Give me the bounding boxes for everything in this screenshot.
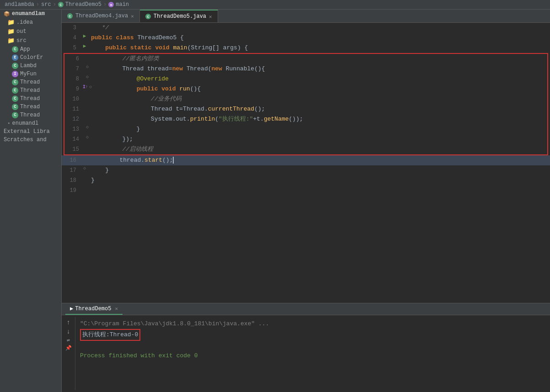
code-line-13: 13 ◇ } (64, 124, 547, 134)
sidebar-item-app[interactable]: C App (0, 45, 61, 53)
code-line-4: 4 ▶ public class ThreadDemo5 { (62, 33, 550, 43)
code-line-15: 15 //启动线程 (64, 144, 547, 154)
breadcrumb-item[interactable]: main (116, 1, 129, 8)
code-line-11: 11 Thread t=Thread.currentThread(); (64, 104, 547, 114)
fold-icon[interactable]: ◇ (83, 74, 92, 79)
bottom-tab-label: ThreadDemo5 (75, 306, 111, 312)
wrap-icon[interactable]: ⇌ (67, 337, 70, 343)
module-icon: 📦 (4, 11, 10, 17)
bottom-tab-threaddemo5[interactable]: ▶ ThreadDemo5 ✕ (65, 303, 123, 315)
run-icon[interactable]: ▶ (80, 33, 89, 39)
tab-threaddemo4[interactable]: C ThreadDemo4.java ✕ (62, 10, 140, 22)
sidebar-item-external-libs[interactable]: External Libra (0, 127, 61, 136)
code-line-10: 10 //业务代码 (64, 94, 547, 104)
red-selection-box: 6 //匿名内部类 7 ◇ Thread thread=new Thread(n… (64, 53, 548, 155)
class-icon: C (12, 95, 18, 102)
breadcrumb: andlambda › src › C ThreadDemo5 › m main (0, 0, 550, 10)
sidebar-item-enumandl[interactable]: ▪ enumandl (0, 119, 61, 127)
breadcrumb-item-m-icon: m (108, 2, 114, 7)
editor-area: C ThreadDemo4.java ✕ C ThreadDemo5.java … (62, 10, 550, 392)
code-line-16: 16 thread.start(); (62, 155, 550, 165)
marker-icon: I↑ (83, 85, 88, 90)
sidebar-item-lambd[interactable]: C Lambd (0, 62, 61, 70)
fold-icon[interactable]: ◇ (83, 124, 92, 130)
sidebar: 📦 enumandlam 📁 .idea 📁 out 📁 src C App E… (0, 10, 62, 392)
code-line-14: 14 ◇ }); (64, 134, 547, 144)
fold-icon[interactable]: ◇ (80, 165, 89, 171)
code-line-5: 5 ▶ public static void main(String[] arg… (62, 43, 550, 53)
console-line-4: Process finished with exit code 0 (80, 351, 545, 361)
sidebar-item-myfun[interactable]: I MyFun (0, 70, 61, 78)
console-line-2: 执行线程:Thread-0 (80, 329, 545, 341)
code-line-17: 17 ◇ } (62, 165, 550, 175)
tab-label: ThreadDemo4.java (75, 13, 128, 19)
breadcrumb-item-c-icon: C (58, 2, 64, 7)
sidebar-item-thread4[interactable]: C Thread (0, 103, 61, 111)
class-icon: C (12, 104, 18, 110)
pin-icon[interactable]: 📌 (65, 345, 72, 351)
breadcrumb-item[interactable]: ThreadDemo5 (65, 1, 101, 8)
tab-label: ThreadDemo5.java (154, 13, 206, 20)
close-icon[interactable]: ✕ (209, 14, 212, 20)
sidebar-item-thread3[interactable]: C Thread (0, 95, 61, 103)
code-line-12: 12 System.out.println("执行线程:"+t.getName(… (64, 114, 547, 124)
code-line-6: 6 //匿名内部类 (64, 54, 547, 64)
scroll-up-button[interactable]: ↑ (66, 319, 70, 326)
code-line-3: 3 */ (62, 23, 550, 33)
code-editor[interactable]: 3 */ 4 ▶ public class ThreadDemo5 { 5 ▶ … (62, 23, 550, 303)
class-icon: C (12, 112, 18, 118)
editor-tabs: C ThreadDemo4.java ✕ C ThreadDemo5.java … (62, 10, 550, 23)
fold-icon[interactable]: ◇ (83, 64, 92, 69)
fold-icon[interactable]: ◇ (83, 134, 92, 140)
tab-class-icon: C (145, 14, 151, 19)
folder-icon: 📁 (7, 37, 15, 44)
tab-class-icon: C (67, 13, 73, 19)
module-icon: ▪ (7, 121, 11, 126)
class-icon: C (12, 46, 18, 53)
sidebar-item-thread5[interactable]: C Thread (0, 111, 61, 119)
console-line-1: "C:\Program Files\Java\jdk1.8.0_181\bin\… (80, 319, 545, 329)
sidebar-item-colorer[interactable]: E ColorEr (0, 53, 61, 62)
folder-icon: 📁 (7, 28, 15, 35)
breadcrumb-item[interactable]: andlambda (5, 1, 34, 8)
console-output: "C:\Program Files\Java\jdk1.8.0_181\bin\… (75, 317, 550, 390)
console-line-3 (80, 341, 545, 351)
close-icon[interactable]: ✕ (131, 13, 134, 19)
console-highlighted-output: 执行线程:Thread-0 (80, 329, 140, 341)
code-line-7: 7 ◇ Thread thread=new Thread(new Runnabl… (64, 64, 547, 74)
main-area: 📦 enumandlam 📁 .idea 📁 out 📁 src C App E… (0, 10, 550, 392)
bottom-panel: ▶ ThreadDemo5 ✕ ↑ ↓ ⇌ 📌 "C:\Program File… (62, 303, 550, 392)
sidebar-item-idea[interactable]: 📁 .idea (0, 18, 61, 27)
class-icon: C (12, 87, 18, 94)
bottom-tab-bar: ▶ ThreadDemo5 ✕ (62, 303, 550, 315)
close-icon[interactable]: ✕ (115, 306, 118, 312)
breadcrumb-item[interactable]: src (41, 1, 51, 8)
class-icon: C (12, 63, 18, 69)
sidebar-item-thread2[interactable]: C Thread (0, 86, 61, 95)
sidebar-item-thread1[interactable]: C Thread (0, 78, 61, 86)
sidebar-item-src[interactable]: 📁 src (0, 36, 61, 45)
tab-threaddemo5[interactable]: C ThreadDemo5.java ✕ (140, 10, 218, 22)
console-content: ↑ ↓ ⇌ 📌 "C:\Program Files\Java\jdk1.8.0_… (62, 315, 550, 392)
code-line-18: 18 } (62, 175, 550, 185)
run-icon[interactable]: ▶ (80, 43, 89, 49)
interface-icon: I (12, 71, 18, 77)
scroll-down-button[interactable]: ↓ (66, 328, 70, 335)
code-line-9: 9 I↑ ◇ public void run(){ (64, 84, 547, 94)
sidebar-item-out[interactable]: 📁 out (0, 27, 61, 36)
console-gutter: ↑ ↓ ⇌ 📌 (62, 317, 75, 390)
class-icon: C (12, 79, 18, 85)
code-line-19: 19 (62, 185, 550, 196)
folder-icon: 📁 (7, 19, 15, 26)
sidebar-item-scratches[interactable]: Scratches and (0, 136, 61, 144)
run-icon: ▶ (70, 305, 73, 312)
enum-icon: E (12, 54, 18, 61)
sidebar-item-enumandlam[interactable]: 📦 enumandlam (0, 10, 61, 18)
code-line-8: 8 ◇ @Override (64, 74, 547, 84)
